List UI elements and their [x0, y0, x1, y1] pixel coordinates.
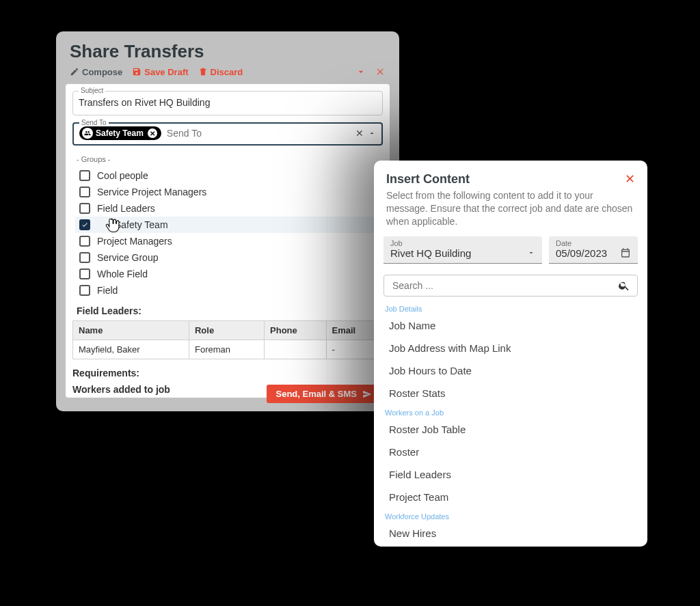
group-item[interactable]: Service Group: [75, 249, 380, 266]
checkbox-icon[interactable]: [79, 170, 90, 181]
discard-button[interactable]: Discard: [198, 67, 243, 77]
chip-label: Safety Team: [96, 128, 144, 138]
send-to-field[interactable]: Send To Safety Team ✕ ✕: [72, 122, 383, 146]
save-draft-label: Save Draft: [144, 67, 188, 77]
group-item[interactable]: Cool people: [75, 167, 380, 184]
panel-title: Share Transfers: [56, 31, 399, 66]
group-list: Cool people Service Project Managers Fie…: [72, 167, 383, 304]
category-label: Workforce Updates: [374, 508, 647, 522]
cell-name: Mayfield, Baker: [73, 340, 189, 359]
search-box[interactable]: [383, 275, 638, 297]
insert-item[interactable]: Job Name: [374, 314, 647, 337]
send-to-input[interactable]: [165, 127, 351, 139]
insert-item[interactable]: Project Team: [374, 486, 647, 508]
group-item[interactable]: Project Managers: [75, 233, 380, 249]
insert-item[interactable]: Roster Job Table: [374, 418, 647, 441]
group-item[interactable]: Field Leaders: [75, 200, 380, 217]
insert-item[interactable]: Field Leaders: [374, 463, 647, 486]
group-item[interactable]: Whole Field: [75, 266, 380, 282]
group-label: Whole Field: [97, 268, 148, 279]
checkbox-icon[interactable]: [79, 203, 90, 214]
column-phone: Phone: [265, 321, 326, 340]
insert-item[interactable]: Job Address with Map Link: [374, 337, 647, 359]
subject-label: Subject: [79, 87, 105, 94]
checkbox-icon[interactable]: [79, 236, 90, 247]
send-button-label: Send, Email & SMS: [276, 389, 357, 399]
collapse-icon[interactable]: [355, 66, 366, 77]
dropdown-icon: [527, 249, 535, 257]
save-icon: [132, 67, 142, 77]
group-label: Project Managers: [97, 236, 172, 247]
insert-item[interactable]: New Hires: [374, 522, 647, 545]
chip-remove-icon[interactable]: ✕: [148, 128, 157, 138]
insert-title: Insert Content: [386, 172, 470, 187]
group-icon: [82, 128, 93, 139]
category-label: Workers on a Job: [374, 404, 647, 418]
group-label: Field: [97, 285, 118, 296]
group-label: Safety Team: [115, 219, 168, 230]
dropdown-up-icon[interactable]: [368, 129, 376, 137]
column-name: Name: [73, 321, 189, 340]
pencil-icon: [70, 67, 79, 77]
subject-input[interactable]: [79, 94, 377, 111]
close-icon[interactable]: [376, 67, 386, 77]
clear-icon[interactable]: ✕: [355, 128, 364, 139]
group-label: Cool people: [97, 170, 148, 181]
send-bar: Send, Email & SMS: [56, 379, 399, 411]
insert-subtitle: Select from the following content to add…: [374, 189, 647, 236]
calendar-icon: [620, 247, 631, 258]
group-label: Service Group: [97, 252, 158, 263]
insert-item[interactable]: Job Hours to Date: [374, 359, 647, 382]
trash-icon: [198, 67, 208, 77]
group-label: Field Leaders: [97, 203, 155, 214]
job-value: Rivet HQ Building: [390, 247, 471, 259]
job-select[interactable]: Job Rivet HQ Building: [383, 236, 542, 264]
column-role: Role: [189, 321, 264, 340]
compose-body: Subject Send To Safety Team ✕ ✕: [66, 84, 390, 398]
share-toolbar: Compose Save Draft Discard: [56, 66, 399, 84]
share-transfers-panel: Share Transfers Compose Save Draft Disca…: [56, 31, 399, 411]
send-email-sms-button[interactable]: Send, Email & SMS: [267, 385, 381, 403]
compose-label: Compose: [82, 67, 122, 77]
subject-field[interactable]: Subject: [72, 91, 383, 115]
cell-role: Foreman: [189, 340, 264, 359]
compose-button[interactable]: Compose: [70, 67, 122, 77]
save-draft-button[interactable]: Save Draft: [132, 67, 188, 77]
search-input[interactable]: [391, 279, 618, 292]
cell-phone: [265, 340, 326, 359]
table-row: Mayfield, Baker Foreman -: [73, 340, 383, 359]
field-leaders-table: Name Role Phone Email Mayfield, Baker Fo…: [72, 320, 383, 359]
insert-content-panel: Insert Content ✕ Select from the followi…: [374, 161, 647, 547]
send-to-label: Send To: [79, 119, 109, 126]
insert-item[interactable]: Roster: [374, 441, 647, 463]
group-item[interactable]: Service Project Managers: [75, 184, 380, 200]
checkbox-icon[interactable]: [79, 268, 90, 279]
checkbox-icon[interactable]: [79, 187, 90, 197]
group-item[interactable]: Field: [75, 282, 380, 299]
checkbox-checked-icon[interactable]: [79, 219, 90, 230]
close-icon[interactable]: ✕: [625, 171, 635, 187]
search-icon: [618, 279, 630, 292]
section-field-leaders: Field Leaders:: [72, 304, 383, 318]
date-label: Date: [556, 239, 631, 247]
category-label: Job Details: [374, 301, 647, 314]
date-value: 05/09/2023: [556, 247, 607, 259]
send-icon: [362, 389, 372, 399]
checkbox-icon[interactable]: [79, 252, 90, 263]
discard-label: Discard: [211, 67, 243, 77]
groups-header: - Groups -: [72, 152, 383, 167]
date-picker[interactable]: Date 05/09/2023: [549, 236, 638, 264]
insert-item[interactable]: Roster Stats: [374, 382, 647, 404]
group-label: Service Project Managers: [97, 187, 206, 197]
checkbox-icon[interactable]: [79, 285, 90, 296]
job-label: Job: [390, 239, 535, 247]
group-item-selected[interactable]: Safety Team: [75, 217, 380, 233]
send-to-chip[interactable]: Safety Team ✕: [79, 126, 161, 140]
